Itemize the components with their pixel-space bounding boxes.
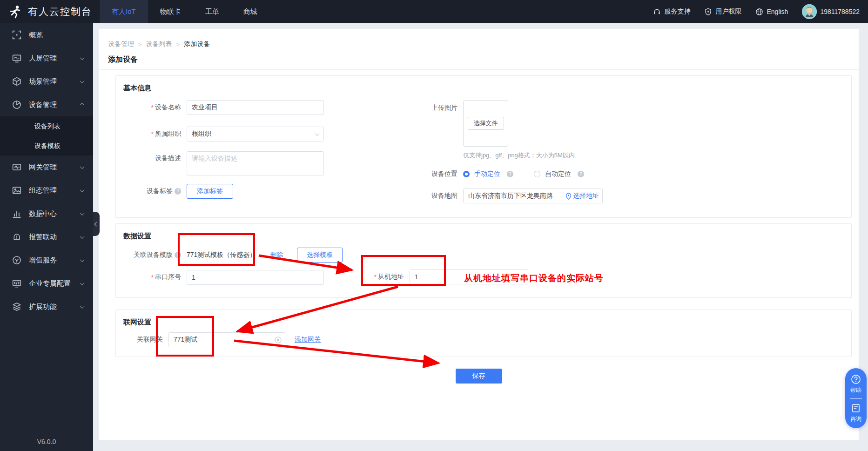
sidebar-item-screen-management[interactable]: 大屏管理 (0, 47, 93, 70)
sidebar-item-device-list[interactable]: 设备列表 (0, 116, 93, 136)
basic-info-card: 基本信息 *设备名称 *所属组织 根组织 设备描述 (115, 75, 852, 218)
save-button[interactable]: 保存 (456, 369, 502, 384)
service-support[interactable]: 服务支持 (653, 7, 690, 16)
data-settings-title: 数据设置 (123, 231, 842, 241)
nav-tab-iot-card[interactable]: 物联卡 (148, 0, 193, 23)
device-name-input[interactable] (187, 100, 324, 115)
data-settings-card: 数据设置 关联设备模版? 771测试模板（传感器） 删除 选择模板 *串口序号 … (115, 223, 852, 298)
pie-chart-icon (12, 100, 21, 109)
sidebar-item-device-management[interactable]: 设备管理 (0, 93, 93, 116)
chevron-down-icon (80, 257, 85, 262)
manual-location-radio[interactable] (463, 171, 470, 177)
header-right: 服务支持 用户权限 English (653, 4, 868, 19)
bar-chart-icon (12, 209, 21, 218)
sidebar-item-enterprise-config[interactable]: 企业专属配置 (0, 272, 93, 295)
help-icon[interactable]: ? (507, 171, 513, 177)
top-header: 有人云控制台 有人IoT 物联卡 工单 商城 服务支持 (0, 0, 868, 23)
overview-icon (12, 30, 21, 40)
add-gateway-link[interactable]: 添加网关 (295, 336, 321, 344)
breadcrumb-add-device: 添加设备 (184, 40, 210, 48)
chevron-down-icon (80, 211, 85, 215)
gateway-icon (12, 162, 21, 172)
organization-select[interactable]: 根组织 (187, 127, 324, 141)
breadcrumb-device-list[interactable]: 设备列表 (146, 40, 172, 48)
main-panel: 设备管理 > 设备列表 > 添加设备 添加设备 基本信息 *设备名称 *所属组织 (99, 29, 859, 440)
consult-label[interactable]: 咨询 (850, 415, 861, 423)
floating-widget: 帮助 咨询 (845, 368, 867, 428)
monitor-code-icon (12, 279, 21, 288)
slave-address-annotation: 从机地址填写串口设备的实际站号 (464, 272, 604, 284)
top-nav: 有人IoT 物联卡 工单 商城 (100, 0, 269, 23)
help-label[interactable]: 帮助 (850, 386, 861, 394)
clock-icon (12, 256, 21, 265)
gateway-label: 关联网关 (123, 336, 163, 344)
user-account[interactable]: 19811788522 (802, 4, 860, 19)
chevron-down-icon (80, 234, 85, 239)
nav-tab-usr-iot[interactable]: 有人IoT (100, 0, 148, 23)
serial-no-label: *串口序号 (123, 273, 181, 282)
upload-row: 上传图片 选择文件 仅支持jpg、gif、png格式；大小为5M以内 (400, 100, 735, 160)
sidebar-item-label: 网关管理 (29, 163, 57, 172)
help-icon[interactable]: ? (175, 252, 181, 258)
sidebar-item-gateway-management[interactable]: 网关管理 (0, 155, 93, 179)
manual-location-label[interactable]: 手动定位 (474, 170, 500, 178)
organization-label: *所属组织 (123, 130, 181, 138)
sidebar-item-extensions[interactable]: 扩展功能 (0, 295, 93, 318)
breadcrumb-separator: > (138, 41, 142, 48)
chevron-down-icon (80, 55, 85, 60)
user-permissions-label: 用户权限 (715, 7, 741, 16)
language-switch[interactable]: English (755, 8, 788, 16)
sidebar-item-label: 数据中心 (29, 209, 57, 218)
tags-label: 设备标签? (123, 187, 181, 195)
user-permissions[interactable]: 用户权限 (704, 7, 741, 16)
breadcrumb-device-management[interactable]: 设备管理 (108, 40, 134, 48)
location-radio-group: 手动定位 ? 自动定位 ? (463, 170, 584, 178)
upload-dropzone[interactable]: 选择文件 (463, 100, 508, 147)
basic-info-right-column: 上传图片 选择文件 仅支持jpg、gif、png格式；大小为5M以内 设备位置 (400, 100, 735, 203)
chevron-down-icon (315, 131, 320, 136)
breadcrumb: 设备管理 > 设备列表 > 添加设备 (99, 29, 859, 48)
select-template-button[interactable]: 选择模板 (297, 248, 343, 263)
sidebar-item-value-added-services[interactable]: 增值服务 (0, 249, 93, 272)
sidebar-item-data-center[interactable]: 数据中心 (0, 202, 93, 225)
nav-tab-mall[interactable]: 商城 (231, 0, 269, 23)
sidebar-item-overview[interactable]: 概览 (0, 23, 93, 47)
choose-address-link[interactable]: 选择地址 (565, 192, 599, 200)
sidebar-item-device-template[interactable]: 设备模板 (0, 136, 93, 155)
help-circle-icon[interactable] (851, 374, 861, 384)
chevron-down-icon (80, 164, 85, 169)
sidebar-collapse-handle[interactable] (93, 212, 100, 236)
sidebar-item-scada-management[interactable]: 组态管理 (0, 179, 93, 202)
document-icon[interactable] (851, 403, 861, 413)
auto-location-label[interactable]: 自动定位 (545, 170, 571, 178)
sidebar-item-scene-management[interactable]: 场景管理 (0, 70, 93, 93)
gateway-input[interactable] (168, 332, 285, 347)
content-area: 设备管理 > 设备列表 > 添加设备 添加设备 基本信息 *设备名称 *所属组织 (93, 23, 868, 451)
delete-template-link[interactable]: 删除 (270, 251, 283, 259)
serial-no-input[interactable] (187, 270, 324, 285)
brand-title: 有人云控制台 (28, 5, 92, 18)
clear-icon[interactable] (275, 337, 282, 343)
language-label: English (767, 8, 788, 15)
breadcrumb-separator: > (176, 41, 180, 48)
choose-file-button[interactable]: 选择文件 (468, 117, 504, 130)
description-textarea[interactable] (187, 151, 324, 175)
nav-tab-work-order[interactable]: 工单 (193, 0, 231, 23)
sidebar-item-label: 企业专属配置 (29, 279, 71, 288)
help-icon[interactable]: ? (175, 188, 181, 195)
template-name: 771测试模板（传感器） (187, 251, 256, 259)
sidebar-item-alarm-linkage[interactable]: 报警联动 (0, 225, 93, 249)
service-support-label: 服务支持 (664, 7, 690, 16)
auto-location-radio[interactable] (534, 171, 540, 177)
description-label: 设备描述 (123, 154, 181, 162)
app-root: 有人云控制台 有人IoT 物联卡 工单 商城 服务支持 (0, 0, 868, 451)
sidebar-item-label: 增值服务 (29, 256, 57, 265)
big-screen-icon (12, 54, 21, 63)
device-management-submenu: 设备列表 设备模板 (0, 116, 93, 155)
add-tag-button[interactable]: 添加标签 (187, 184, 233, 199)
widget-divider (850, 398, 862, 399)
location-row: 设备位置 手动定位 ? 自动定位 ? (400, 170, 735, 178)
headset-icon (653, 8, 661, 16)
help-icon[interactable]: ? (578, 171, 584, 177)
organization-value: 根组织 (192, 130, 211, 138)
